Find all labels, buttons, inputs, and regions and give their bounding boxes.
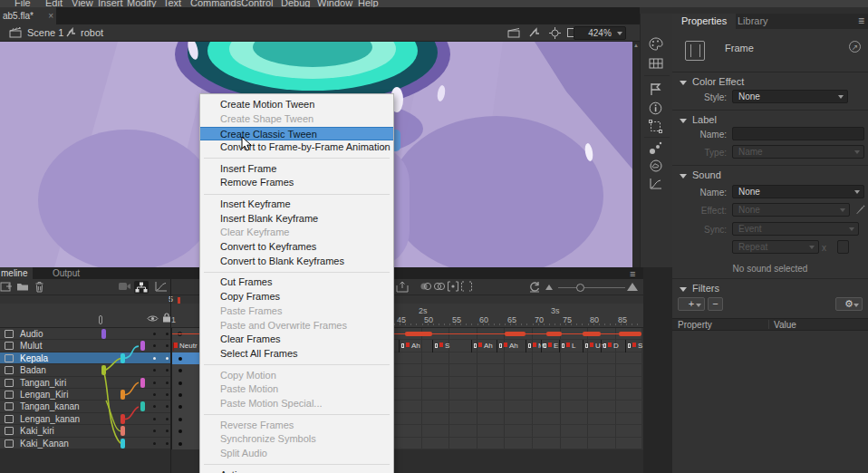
panel-menu-icon[interactable]: ≡ (630, 268, 635, 279)
layer-lock-dot[interactable] (166, 393, 169, 396)
scroll-up-icon[interactable]: ▲ (633, 43, 639, 48)
breadcrumb-scene[interactable]: Scene 1 (27, 27, 63, 38)
layer-row[interactable]: Badan (0, 364, 199, 376)
layer-lock-dot[interactable] (166, 405, 169, 408)
onion-skin-icon[interactable] (420, 281, 434, 294)
column-divider[interactable] (768, 320, 769, 329)
menu-item[interactable]: File (14, 0, 31, 7)
layer-visibility-dot[interactable] (153, 357, 156, 360)
layer-depth-icon[interactable] (154, 281, 169, 294)
context-menu-item[interactable]: Clear Keyframe (200, 226, 393, 240)
context-menu-item[interactable]: Convert to Frame-by-Frame Animation › (200, 140, 393, 155)
eye-icon[interactable] (147, 314, 159, 323)
layer-lock-dot[interactable] (166, 369, 169, 372)
context-menu-item[interactable]: Insert Blank Keyframe (200, 212, 393, 227)
layer-visibility-dot[interactable] (153, 418, 156, 420)
layer-lock-dot[interactable] (166, 333, 169, 335)
frame-cell[interactable] (171, 401, 199, 412)
menu-item[interactable]: Commands (190, 0, 241, 7)
context-menu-item[interactable]: Convert to Keyframes (200, 240, 393, 255)
layer-visibility-dot[interactable] (153, 442, 156, 445)
layer-name[interactable]: Kaki_kiri (20, 426, 54, 436)
ruler-number[interactable]: 80 (590, 315, 599, 324)
frame-cell[interactable] (171, 352, 199, 364)
layer-row[interactable]: Kaki_Kanan (0, 438, 199, 449)
transform-panel-icon[interactable] (649, 120, 665, 134)
mouth-keyframe[interactable]: Ah (497, 340, 497, 352)
mouth-keyframe[interactable]: Ah (471, 340, 472, 352)
frame-cell[interactable] (171, 438, 199, 449)
close-icon[interactable]: × (48, 7, 53, 24)
align-panel-icon[interactable] (649, 82, 665, 97)
layer-lock-dot[interactable] (166, 344, 169, 347)
mouth-keyframe[interactable]: Uh (583, 340, 583, 352)
frame-cell[interactable] (171, 389, 199, 401)
context-menu-item[interactable]: Paste Motion Special... (200, 397, 393, 411)
layer-lock-dot[interactable] (166, 357, 169, 360)
menu-item[interactable]: View (72, 0, 93, 7)
ruler-number[interactable]: 65 (507, 315, 516, 324)
layer-visibility-dot[interactable] (153, 333, 156, 335)
frame-cell[interactable]: Neutr (171, 340, 199, 352)
layer-parenting-icon[interactable] (134, 281, 149, 294)
section-sound[interactable]: Sound (680, 169, 721, 180)
menu-item[interactable]: Insert (98, 0, 123, 7)
layer-name[interactable]: Audio (20, 329, 43, 339)
context-menu-item[interactable]: Paste Motion (200, 382, 393, 397)
context-menu-item[interactable]: Copy Frames (200, 290, 393, 304)
frame-cell[interactable] (171, 364, 199, 376)
layer-visibility-dot[interactable] (153, 405, 156, 408)
context-menu-item[interactable]: Copy Motion (200, 369, 393, 383)
tab-properties[interactable]: Properties (672, 14, 736, 29)
frame-size-large-icon[interactable] (627, 283, 638, 291)
tab-timeline[interactable]: meline (0, 267, 33, 279)
context-menu-item[interactable]: Reverse Frames (200, 419, 393, 433)
ruler-number[interactable]: 75 (563, 315, 572, 324)
frames-row[interactable] (394, 352, 641, 364)
ruler-number[interactable]: 50 (424, 315, 433, 324)
context-menu-item[interactable]: Cut Frames (200, 275, 393, 290)
camera-icon[interactable] (118, 281, 132, 294)
context-menu-item[interactable]: Convert to Blank Keyframes (200, 255, 393, 269)
info-panel-icon[interactable] (649, 101, 665, 116)
scene-clapper-icon[interactable] (9, 27, 22, 38)
frame-cell[interactable] (171, 377, 199, 389)
motion-editor-panel-icon[interactable] (649, 178, 665, 192)
frame-size-slider[interactable] (558, 287, 625, 288)
context-menu-item[interactable]: Clear Frames (200, 333, 393, 347)
frame-size-small-icon[interactable] (545, 285, 553, 290)
layer-frames-divider[interactable] (170, 279, 171, 473)
layer-lock-dot[interactable] (166, 430, 169, 432)
mouth-keyframe[interactable]: S (625, 340, 626, 352)
layer-visibility-dot[interactable] (153, 344, 156, 347)
layer-row[interactable]: Lengan_kanan (0, 413, 199, 425)
layer-row[interactable]: Tangan_kiri (0, 377, 199, 389)
edit-symbol-icon[interactable] (528, 27, 540, 38)
layer-row[interactable]: Tangan_kanan (0, 401, 199, 412)
layer-lock-dot[interactable] (166, 418, 169, 420)
context-menu-item[interactable]: Paste and Overwrite Frames (200, 319, 393, 333)
frames-row[interactable] (394, 364, 641, 376)
menu-item[interactable]: Text (163, 0, 181, 7)
tab-output[interactable]: Output (53, 267, 80, 279)
layer-visibility-dot[interactable] (153, 430, 156, 432)
filter-options-button[interactable]: ⚙ (835, 297, 863, 311)
layer-row[interactable]: Lengan_Kiri (0, 389, 199, 401)
layer-lock-dot[interactable] (166, 381, 169, 384)
frame-cell[interactable] (171, 328, 199, 340)
ruler-number[interactable]: 45 (397, 315, 406, 324)
layer-row[interactable]: Audio (0, 328, 199, 340)
ruler-number[interactable]: 55 (452, 315, 461, 324)
frames-grid[interactable]: Ah S Ah Ah (394, 328, 641, 449)
add-filter-button[interactable]: + (678, 297, 705, 311)
mouth-keyframe[interactable]: S (432, 340, 433, 352)
delete-layer-icon[interactable] (34, 281, 49, 294)
section-label[interactable]: Label (680, 114, 717, 125)
layer-parent-marker[interactable] (140, 401, 145, 411)
layer-parent-marker[interactable] (101, 329, 106, 339)
frames-row[interactable] (394, 413, 641, 425)
menu-item[interactable]: Control (241, 0, 273, 7)
context-menu-item[interactable]: Create Shape Tween (200, 112, 393, 127)
frames-row[interactable] (394, 377, 641, 389)
context-menu-item[interactable]: Synchronize Symbols (200, 432, 393, 447)
